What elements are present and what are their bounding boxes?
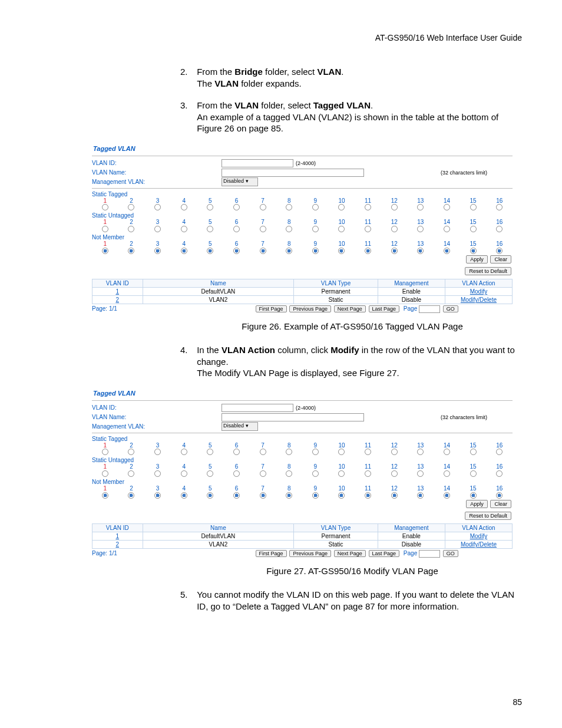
- step-4-num: 4.: [180, 344, 194, 356]
- apply-button[interactable]: Apply: [466, 500, 488, 508]
- page-input[interactable]: [419, 550, 440, 558]
- not-member-label: Not Member: [92, 234, 513, 241]
- table-row: 2 VLAN2 Static Disable Modify/Delete: [92, 541, 513, 549]
- untagged-radios: [92, 225, 513, 232]
- vlan-table: VLAN ID Name VLAN Type Management VLAN A…: [92, 279, 513, 304]
- vlan-id-link[interactable]: 1: [92, 288, 143, 296]
- last-page-button[interactable]: Last Page: [369, 305, 400, 312]
- reset-button[interactable]: Reset to Default: [465, 267, 511, 275]
- table-row: 1 DefaultVLAN Permanent Enable Modify: [92, 532, 513, 541]
- vlan-id-input[interactable]: [222, 159, 293, 167]
- port-header-tagged: 12345678910111213141516: [92, 197, 513, 204]
- table-row: 2 VLAN2 Static Disable Modify/Delete: [92, 296, 513, 304]
- page-input[interactable]: [419, 305, 440, 313]
- first-page-button[interactable]: First Page: [256, 550, 287, 557]
- step-2-num: 2.: [180, 66, 194, 78]
- prev-page-button[interactable]: Previous Page: [289, 550, 331, 557]
- pager: Page: 1/1 First Page Previous Page Next …: [92, 305, 513, 313]
- vlan-name-input[interactable]: [222, 169, 364, 177]
- step-4-body: In the VLAN Action column, click Modify …: [197, 344, 521, 379]
- page-number: 85: [513, 697, 522, 707]
- vlan-name-label: VLAN Name:: [92, 169, 222, 176]
- figure-27-caption: Figure 27. AT-GS950/16 Modify VLAN Page: [180, 566, 524, 576]
- clear-button[interactable]: Clear: [490, 255, 511, 263]
- clear-button[interactable]: Clear: [490, 500, 511, 508]
- vlan-action-link[interactable]: Modify: [445, 288, 512, 296]
- step-3-body: From the VLAN folder, select Tagged VLAN…: [197, 100, 521, 134]
- figure-26-screenshot: Tagged VLAN VLAN ID: (2-4000) VLAN Name:…: [92, 145, 513, 314]
- apply-button[interactable]: Apply: [466, 255, 488, 263]
- notmember-radios: [92, 247, 513, 254]
- next-page-button[interactable]: Next Page: [334, 305, 366, 312]
- step-2: 2. From the Bridge folder, select VLAN. …: [180, 66, 524, 89]
- reset-button[interactable]: Reset to Default: [465, 512, 511, 520]
- figure-27-screenshot: Tagged VLAN VLAN ID: (2-4000) VLAN Name:…: [92, 390, 513, 558]
- vlan-id-input[interactable]: [222, 404, 293, 412]
- figure-26-caption: Figure 26. Example of AT-GS950/16 Tagged…: [180, 321, 524, 331]
- last-page-button[interactable]: Last Page: [369, 550, 400, 557]
- port-header-untagged: 12345678910111213141516: [92, 219, 513, 225]
- vlan-action-link[interactable]: Modify/Delete: [445, 296, 512, 304]
- go-button[interactable]: GO: [443, 550, 458, 557]
- mgmt-vlan-select[interactable]: Disabled: [222, 177, 258, 186]
- shot-title: Tagged VLAN: [93, 145, 513, 152]
- step-4: 4. In the VLAN Action column, click Modi…: [180, 344, 524, 379]
- prev-page-button[interactable]: Previous Page: [289, 305, 331, 312]
- radio-tagged[interactable]: [102, 204, 108, 210]
- vlan-name-hint: (32 characters limit): [441, 170, 487, 176]
- vlan-table: VLAN ID Name VLAN Type Management VLAN A…: [92, 523, 513, 549]
- step-2-body: From the Bridge folder, select VLAN. The…: [197, 66, 521, 89]
- mgmt-vlan-select[interactable]: Disabled: [222, 422, 258, 431]
- tagged-radios: [92, 204, 513, 211]
- shot-title: Tagged VLAN: [93, 390, 513, 397]
- mgmt-vlan-label: Management VLAN:: [92, 179, 222, 185]
- static-tagged-label: Static Tagged: [92, 191, 513, 197]
- port-header-notmember: 12345678910111213141516: [92, 241, 513, 247]
- vlan-id-label: VLAN ID:: [92, 160, 222, 166]
- next-page-button[interactable]: Next Page: [334, 550, 366, 557]
- vlan-name-input[interactable]: [222, 413, 364, 421]
- vlan-id-link[interactable]: 2: [92, 296, 143, 304]
- step-3-num: 3.: [180, 100, 194, 111]
- vlan-id-hint: (2-4000): [296, 160, 316, 166]
- static-untagged-label: Static Untagged: [92, 212, 513, 219]
- step-5-num: 5.: [180, 589, 194, 601]
- page-header: AT-GS950/16 Web Interface User Guide: [375, 33, 522, 42]
- table-row: 1 DefaultVLAN Permanent Enable Modify: [92, 288, 513, 296]
- step-5-body: You cannot modify the VLAN ID on this we…: [197, 589, 521, 612]
- step-5: 5. You cannot modify the VLAN ID on this…: [180, 589, 524, 612]
- go-button[interactable]: GO: [443, 305, 458, 312]
- step-3: 3. From the VLAN folder, select Tagged V…: [180, 100, 524, 134]
- first-page-button[interactable]: First Page: [256, 305, 287, 312]
